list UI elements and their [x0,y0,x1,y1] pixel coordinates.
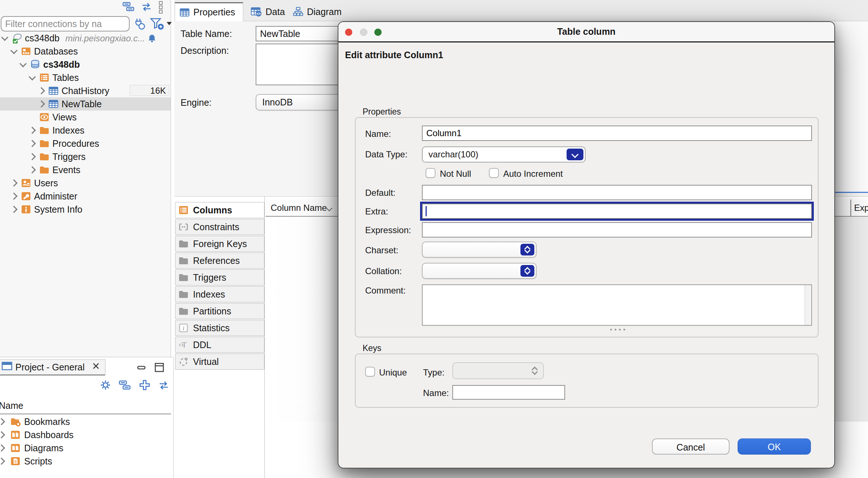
subtab-statistics[interactable]: iStatistics [175,320,264,336]
comment-textarea[interactable] [422,284,812,326]
subtab-label: Foreign Keys [193,239,247,249]
subtab-references[interactable]: References [175,253,264,269]
minimize-button[interactable] [360,29,367,36]
maximize-panel-icon[interactable] [154,362,165,374]
project-name-column-header[interactable]: Name [0,397,171,414]
tab-diagram[interactable]: Diagram [289,2,343,21]
filter-connections-input[interactable] [1,16,130,31]
extra-field[interactable] [422,203,812,219]
project-item-scripts[interactable]: Scripts [0,455,171,468]
tree-item-label: Triggers [52,152,86,162]
expander-chevron-icon[interactable] [10,193,18,200]
table-name-label: Table Name: [181,29,232,39]
collapse-all-icon[interactable] [119,380,131,392]
expander-chevron-icon[interactable] [38,100,45,108]
subtab-virtual[interactable]: Virtual [175,354,264,370]
tree-item-events[interactable]: Events [0,163,171,176]
tree-item-cs348db[interactable]: cs348dbmini.peisongxiao.c... [0,31,171,45]
data-type-dropdown-button[interactable] [567,149,583,160]
project-item-dashboards[interactable]: Dashboards [0,428,171,441]
tree-item-label: Databases [34,46,78,57]
tree-item-procedures[interactable]: Procedures [0,137,171,150]
expression-field[interactable] [422,222,812,238]
expander-chevron-icon[interactable] [29,73,36,81]
settings-gear-icon[interactable] [100,379,111,392]
expander-chevron-icon[interactable] [10,206,18,213]
expand-all-icon[interactable] [139,379,151,392]
tab-properties[interactable]: Properties [175,2,243,21]
collapse-all-icon[interactable] [122,1,135,14]
refresh-icon[interactable] [158,380,170,392]
administer-icon [21,191,32,202]
comment-scrollbar[interactable] [805,285,811,325]
tree-item-chathistory[interactable]: ChatHistory16K [0,84,171,97]
ok-button[interactable]: OK [738,438,811,455]
subtab-triggers[interactable]: Triggers [175,269,264,285]
subtab-partitions[interactable]: Partitions [175,303,264,319]
dialog-titlebar[interactable]: Table column [338,22,834,42]
key-name-field[interactable] [452,385,565,400]
tree-item-newtable[interactable]: NewTable [0,97,171,111]
subtab-indexes[interactable]: Indexes [175,286,264,302]
expander-chevron-icon[interactable] [29,166,36,173]
collation-select[interactable] [422,263,537,279]
expander-chevron-icon[interactable] [29,153,36,160]
folder-icon [39,165,50,176]
expander-chevron-icon[interactable] [10,47,18,54]
dbeaver-window: cs348dbmini.peisongxiao.c...Databasescs3… [0,0,868,478]
expander-chevron-icon[interactable] [29,127,36,134]
tree-item-tables[interactable]: Tables [0,71,171,84]
filter-dropdown-arrow-icon[interactable] [167,22,172,25]
sort-chevron-icon[interactable] [326,205,333,212]
bookmarks-icon [10,417,21,427]
tab-data[interactable]: <>Data [246,2,286,21]
resize-handle[interactable] [610,329,625,331]
expander-chevron-icon[interactable] [0,458,5,465]
filter-icon[interactable] [149,17,166,33]
subtab-label: Statistics [193,323,230,333]
view-menu-icon[interactable] [158,1,163,15]
subtab-foreign-keys[interactable]: Foreign Keys [175,236,264,252]
data-type-combo[interactable]: varchar(100) [422,146,586,163]
not-null-checkbox[interactable] [426,168,435,178]
tree-item-triggers[interactable]: Triggers [0,150,171,163]
tree-item-system-info[interactable]: System Info [0,203,171,216]
tree-item-views[interactable]: Views [0,111,171,124]
zoom-button[interactable] [374,29,382,36]
tree-item-cs348db[interactable]: cs348db [0,58,171,71]
tab-project-general[interactable]: Project - General [0,359,105,375]
link-with-editor-icon[interactable] [141,1,152,14]
close-button[interactable] [345,29,352,36]
expander-chevron-icon[interactable] [38,87,45,94]
stats-icon: i [178,323,189,333]
expander-chevron-icon[interactable] [1,34,8,41]
tree-item-users[interactable]: Users [0,176,171,190]
default-field[interactable] [422,185,812,200]
expander-chevron-icon[interactable] [0,444,5,452]
tree-item-indexes[interactable]: Indexes [0,124,171,137]
subtab-columns[interactable]: Columns [175,202,264,218]
subtab-constraints[interactable]: Constraints [175,219,264,235]
close-icon[interactable] [91,361,101,373]
project-item-diagrams[interactable]: Diagrams [0,441,171,455]
minimize-panel-icon[interactable] [136,362,147,374]
expander-chevron-icon[interactable] [10,179,18,187]
expression-column-header[interactable]: Expr [850,199,868,217]
project-item-bookmarks[interactable]: Bookmarks [0,415,171,428]
key-type-select[interactable] [452,362,544,379]
unique-checkbox[interactable] [365,367,375,377]
text-cursor [426,206,427,216]
cancel-button[interactable]: Cancel [652,438,730,455]
expander-chevron-icon[interactable] [19,60,27,67]
charset-select[interactable] [422,242,537,258]
expander-chevron-icon[interactable] [29,140,36,147]
new-connection-icon[interactable] [133,17,146,32]
tree-item-administer[interactable]: Administer [0,190,171,203]
subtab-ddl[interactable]: TDDL [175,337,264,353]
column-name-field[interactable] [422,126,812,141]
folder-icon [39,125,50,136]
tree-item-databases[interactable]: Databases [0,45,171,58]
expander-chevron-icon[interactable] [0,431,5,438]
expander-chevron-icon[interactable] [0,418,5,425]
auto-increment-checkbox[interactable] [489,168,499,178]
